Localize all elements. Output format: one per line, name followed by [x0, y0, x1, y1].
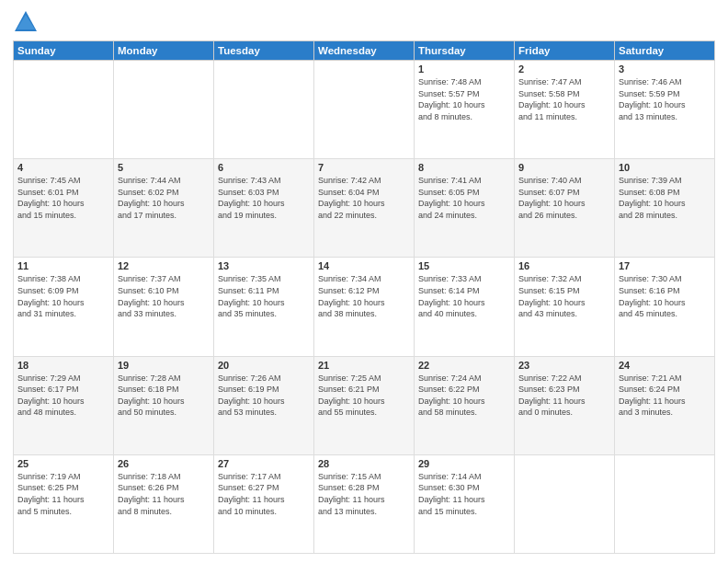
- day-info: Sunrise: 7:39 AMSunset: 6:08 PMDaylight:…: [619, 175, 711, 221]
- calendar-cell: 23Sunrise: 7:22 AMSunset: 6:23 PMDayligh…: [515, 356, 615, 454]
- day-info: Sunrise: 7:24 AMSunset: 6:22 PMDaylight:…: [418, 373, 510, 419]
- day-info: Sunrise: 7:25 AMSunset: 6:21 PMDaylight:…: [318, 373, 410, 419]
- calendar-cell: 2Sunrise: 7:47 AMSunset: 5:58 PMDaylight…: [515, 61, 615, 159]
- calendar-cell: 13Sunrise: 7:35 AMSunset: 6:11 PMDayligh…: [214, 258, 314, 356]
- day-number: 11: [17, 260, 109, 271]
- calendar-cell: 8Sunrise: 7:41 AMSunset: 6:05 PMDaylight…: [415, 159, 515, 258]
- calendar-cell: 26Sunrise: 7:18 AMSunset: 6:26 PMDayligh…: [114, 454, 214, 553]
- day-info: Sunrise: 7:37 AMSunset: 6:10 PMDaylight:…: [118, 273, 210, 319]
- page: SundayMondayTuesdayWednesdayThursdayFrid…: [0, 0, 728, 563]
- calendar-cell: 24Sunrise: 7:21 AMSunset: 6:24 PMDayligh…: [615, 356, 715, 454]
- calendar-week-3: 11Sunrise: 7:38 AMSunset: 6:09 PMDayligh…: [14, 258, 715, 356]
- calendar-header-friday: Friday: [515, 41, 615, 61]
- day-number: 5: [118, 162, 210, 173]
- calendar-header-tuesday: Tuesday: [214, 41, 314, 61]
- calendar-header-monday: Monday: [114, 41, 214, 61]
- calendar-week-2: 4Sunrise: 7:45 AMSunset: 6:01 PMDaylight…: [14, 159, 715, 258]
- day-number: 10: [619, 162, 711, 173]
- calendar-week-1: 1Sunrise: 7:48 AMSunset: 5:57 PMDaylight…: [14, 61, 715, 159]
- day-number: 25: [17, 458, 109, 469]
- day-info: Sunrise: 7:30 AMSunset: 6:16 PMDaylight:…: [619, 273, 711, 319]
- day-info: Sunrise: 7:40 AMSunset: 6:07 PMDaylight:…: [518, 175, 610, 221]
- calendar-cell: 14Sunrise: 7:34 AMSunset: 6:12 PMDayligh…: [314, 258, 415, 356]
- day-info: Sunrise: 7:21 AMSunset: 6:24 PMDaylight:…: [619, 373, 711, 419]
- day-info: Sunrise: 7:43 AMSunset: 6:03 PMDaylight:…: [218, 175, 310, 221]
- day-info: Sunrise: 7:17 AMSunset: 6:27 PMDaylight:…: [218, 471, 310, 517]
- calendar-cell: 21Sunrise: 7:25 AMSunset: 6:21 PMDayligh…: [314, 356, 415, 454]
- calendar-cell: 11Sunrise: 7:38 AMSunset: 6:09 PMDayligh…: [14, 258, 114, 356]
- day-info: Sunrise: 7:32 AMSunset: 6:15 PMDaylight:…: [518, 273, 610, 319]
- day-number: 12: [118, 260, 210, 271]
- calendar-cell: [615, 454, 715, 553]
- calendar-cell: [314, 61, 415, 159]
- day-info: Sunrise: 7:44 AMSunset: 6:02 PMDaylight:…: [118, 175, 210, 221]
- svg-marker-1: [17, 15, 35, 29]
- day-number: 22: [418, 360, 510, 371]
- logo-icon: [13, 9, 39, 35]
- calendar-cell: [214, 61, 314, 159]
- day-info: Sunrise: 7:15 AMSunset: 6:28 PMDaylight:…: [318, 471, 410, 517]
- calendar-cell: 6Sunrise: 7:43 AMSunset: 6:03 PMDaylight…: [214, 159, 314, 258]
- day-number: 7: [318, 162, 410, 173]
- calendar-cell: 9Sunrise: 7:40 AMSunset: 6:07 PMDaylight…: [515, 159, 615, 258]
- day-number: 3: [619, 63, 711, 75]
- day-info: Sunrise: 7:19 AMSunset: 6:25 PMDaylight:…: [17, 471, 109, 517]
- day-number: 27: [218, 458, 310, 469]
- day-number: 20: [218, 360, 310, 371]
- calendar-cell: 16Sunrise: 7:32 AMSunset: 6:15 PMDayligh…: [515, 258, 615, 356]
- calendar-cell: 10Sunrise: 7:39 AMSunset: 6:08 PMDayligh…: [615, 159, 715, 258]
- day-number: 9: [518, 162, 610, 173]
- day-info: Sunrise: 7:14 AMSunset: 6:30 PMDaylight:…: [418, 471, 510, 517]
- day-info: Sunrise: 7:48 AMSunset: 5:57 PMDaylight:…: [418, 76, 510, 122]
- calendar-cell: 4Sunrise: 7:45 AMSunset: 6:01 PMDaylight…: [14, 159, 114, 258]
- day-number: 28: [318, 458, 410, 469]
- calendar-header-thursday: Thursday: [415, 41, 515, 61]
- day-number: 17: [619, 260, 711, 271]
- calendar-cell: [515, 454, 615, 553]
- day-info: Sunrise: 7:41 AMSunset: 6:05 PMDaylight:…: [418, 175, 510, 221]
- day-number: 16: [518, 260, 610, 271]
- day-info: Sunrise: 7:46 AMSunset: 5:59 PMDaylight:…: [619, 76, 711, 122]
- calendar-cell: 12Sunrise: 7:37 AMSunset: 6:10 PMDayligh…: [114, 258, 214, 356]
- day-number: 18: [17, 360, 109, 371]
- calendar: SundayMondayTuesdayWednesdayThursdayFrid…: [13, 40, 715, 554]
- day-info: Sunrise: 7:22 AMSunset: 6:23 PMDaylight:…: [518, 373, 610, 419]
- day-number: 14: [318, 260, 410, 271]
- calendar-cell: 15Sunrise: 7:33 AMSunset: 6:14 PMDayligh…: [415, 258, 515, 356]
- calendar-header-sunday: Sunday: [14, 41, 114, 61]
- calendar-cell: 1Sunrise: 7:48 AMSunset: 5:57 PMDaylight…: [415, 61, 515, 159]
- day-info: Sunrise: 7:26 AMSunset: 6:19 PMDaylight:…: [218, 373, 310, 419]
- calendar-cell: [114, 61, 214, 159]
- day-number: 1: [418, 63, 510, 75]
- calendar-cell: 3Sunrise: 7:46 AMSunset: 5:59 PMDaylight…: [615, 61, 715, 159]
- day-number: 26: [118, 458, 210, 469]
- day-info: Sunrise: 7:45 AMSunset: 6:01 PMDaylight:…: [17, 175, 109, 221]
- calendar-cell: [14, 61, 114, 159]
- calendar-week-5: 25Sunrise: 7:19 AMSunset: 6:25 PMDayligh…: [14, 454, 715, 553]
- day-info: Sunrise: 7:47 AMSunset: 5:58 PMDaylight:…: [518, 76, 610, 122]
- day-number: 15: [418, 260, 510, 271]
- calendar-cell: 17Sunrise: 7:30 AMSunset: 6:16 PMDayligh…: [615, 258, 715, 356]
- calendar-cell: 7Sunrise: 7:42 AMSunset: 6:04 PMDaylight…: [314, 159, 415, 258]
- calendar-week-4: 18Sunrise: 7:29 AMSunset: 6:17 PMDayligh…: [14, 356, 715, 454]
- day-info: Sunrise: 7:33 AMSunset: 6:14 PMDaylight:…: [418, 273, 510, 319]
- calendar-header-wednesday: Wednesday: [314, 41, 415, 61]
- day-info: Sunrise: 7:38 AMSunset: 6:09 PMDaylight:…: [17, 273, 109, 319]
- day-number: 4: [17, 162, 109, 173]
- day-number: 23: [518, 360, 610, 371]
- day-number: 29: [418, 458, 510, 469]
- day-number: 2: [518, 63, 610, 75]
- calendar-cell: 5Sunrise: 7:44 AMSunset: 6:02 PMDaylight…: [114, 159, 214, 258]
- day-info: Sunrise: 7:18 AMSunset: 6:26 PMDaylight:…: [118, 471, 210, 517]
- day-number: 8: [418, 162, 510, 173]
- day-info: Sunrise: 7:28 AMSunset: 6:18 PMDaylight:…: [118, 373, 210, 419]
- calendar-cell: 18Sunrise: 7:29 AMSunset: 6:17 PMDayligh…: [14, 356, 114, 454]
- day-info: Sunrise: 7:42 AMSunset: 6:04 PMDaylight:…: [318, 175, 410, 221]
- calendar-cell: 22Sunrise: 7:24 AMSunset: 6:22 PMDayligh…: [415, 356, 515, 454]
- day-number: 13: [218, 260, 310, 271]
- calendar-cell: 25Sunrise: 7:19 AMSunset: 6:25 PMDayligh…: [14, 454, 114, 553]
- calendar-header-row: SundayMondayTuesdayWednesdayThursdayFrid…: [14, 41, 715, 61]
- day-number: 6: [218, 162, 310, 173]
- day-number: 19: [118, 360, 210, 371]
- calendar-cell: 27Sunrise: 7:17 AMSunset: 6:27 PMDayligh…: [214, 454, 314, 553]
